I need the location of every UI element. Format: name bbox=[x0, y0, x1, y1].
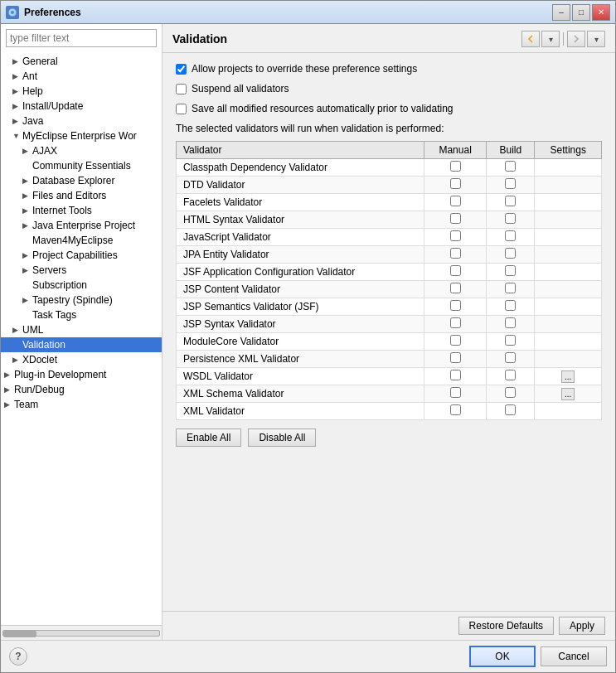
minimize-button[interactable]: – bbox=[552, 4, 570, 21]
dropdown-button[interactable]: ▾ bbox=[541, 31, 560, 47]
maximize-button[interactable]: □ bbox=[572, 4, 590, 21]
checkbox-override-label[interactable]: Allow projects to override these prefere… bbox=[192, 63, 417, 75]
sidebar-item-label: Ant bbox=[22, 70, 37, 82]
sidebar-item-files-editors[interactable]: ▶ Files and Editors bbox=[1, 188, 162, 203]
manual-checkbox[interactable] bbox=[450, 370, 461, 380]
manual-checkbox[interactable] bbox=[450, 317, 461, 328]
sidebar-item-label: XDoclet bbox=[22, 354, 57, 366]
sidebar-item-general[interactable]: ▶ General bbox=[1, 54, 162, 69]
scroll-track[interactable] bbox=[2, 630, 160, 637]
manual-checkbox[interactable] bbox=[450, 161, 461, 172]
sidebar-item-internet-tools[interactable]: ▶ Internet Tools bbox=[1, 203, 162, 218]
manual-checkbox[interactable] bbox=[450, 300, 461, 311]
enable-all-button[interactable]: Enable All bbox=[176, 428, 241, 447]
close-button[interactable]: ✕ bbox=[592, 4, 610, 21]
section-description: The selected validators will run when va… bbox=[176, 123, 602, 134]
restore-defaults-button[interactable]: Restore Defaults bbox=[458, 617, 554, 635]
build-checkbox[interactable] bbox=[505, 335, 516, 346]
sidebar-item-label: Run/Debug bbox=[14, 384, 65, 395]
validator-manual-checkbox bbox=[424, 177, 487, 194]
cancel-button[interactable]: Cancel bbox=[541, 646, 607, 666]
sidebar-item-uml[interactable]: ▶ UML bbox=[1, 322, 162, 337]
sidebar-item-label: MyEclipse Enterprise Wor bbox=[22, 130, 137, 142]
sidebar-scrollbar[interactable] bbox=[1, 625, 162, 640]
checkbox-suspend-label[interactable]: Suspend all validators bbox=[192, 83, 289, 94]
build-checkbox[interactable] bbox=[505, 230, 516, 241]
forward-dropdown-button[interactable]: ▾ bbox=[587, 31, 605, 47]
table-row: WSDL Validator... bbox=[177, 368, 602, 385]
sidebar-item-java-enterprise[interactable]: ▶ Java Enterprise Project bbox=[1, 218, 162, 233]
sidebar-item-task-tags[interactable]: Task Tags bbox=[1, 307, 162, 322]
settings-button[interactable]: ... bbox=[561, 388, 575, 400]
validator-settings-cell bbox=[535, 211, 602, 229]
sidebar-item-database-explorer[interactable]: ▶ Database Explorer bbox=[1, 173, 162, 188]
build-checkbox[interactable] bbox=[505, 387, 516, 398]
search-input[interactable] bbox=[6, 29, 157, 47]
manual-checkbox[interactable] bbox=[450, 404, 461, 415]
sidebar-item-subscription[interactable]: Subscription bbox=[1, 278, 162, 293]
checkbox-save-label[interactable]: Save all modified resources automaticall… bbox=[192, 103, 454, 114]
build-checkbox[interactable] bbox=[505, 404, 516, 415]
manual-checkbox[interactable] bbox=[450, 352, 461, 363]
validator-build-checkbox bbox=[487, 159, 535, 177]
disable-all-button[interactable]: Disable All bbox=[248, 428, 316, 447]
help-button[interactable]: ? bbox=[9, 647, 27, 666]
manual-checkbox[interactable] bbox=[450, 248, 461, 259]
sidebar-item-xdoclet[interactable]: ▶ XDoclet bbox=[1, 352, 162, 367]
apply-button[interactable]: Apply bbox=[559, 617, 605, 635]
sidebar-item-label: Maven4MyEclipse bbox=[32, 235, 113, 246]
build-checkbox[interactable] bbox=[505, 370, 516, 380]
manual-checkbox[interactable] bbox=[450, 335, 461, 346]
sidebar-item-plugin-dev[interactable]: ▶ Plug-in Development bbox=[1, 367, 162, 382]
ok-button[interactable]: OK bbox=[469, 646, 536, 667]
sidebar-item-ajax[interactable]: ▶ AJAX bbox=[1, 143, 162, 158]
sidebar-item-community-essentials[interactable]: Community Essentials bbox=[1, 158, 162, 173]
build-checkbox[interactable] bbox=[505, 300, 516, 311]
build-checkbox[interactable] bbox=[505, 178, 516, 189]
sidebar-item-tapestry[interactable]: ▶ Tapestry (Spindle) bbox=[1, 293, 162, 307]
sidebar-item-label: Plug-in Development bbox=[14, 369, 106, 380]
build-checkbox[interactable] bbox=[505, 213, 516, 224]
manual-checkbox[interactable] bbox=[450, 230, 461, 241]
sidebar-item-validation[interactable]: Validation bbox=[1, 337, 162, 352]
sidebar-item-myeclipse[interactable]: ▼ MyEclipse Enterprise Wor bbox=[1, 128, 162, 143]
build-checkbox[interactable] bbox=[505, 283, 516, 293]
manual-checkbox[interactable] bbox=[450, 265, 461, 276]
validator-settings-cell bbox=[535, 333, 602, 351]
sidebar-item-run-debug[interactable]: ▶ Run/Debug bbox=[1, 382, 162, 397]
build-checkbox[interactable] bbox=[505, 265, 516, 276]
back-button[interactable] bbox=[521, 31, 540, 47]
manual-checkbox[interactable] bbox=[450, 213, 461, 224]
manual-checkbox[interactable] bbox=[450, 178, 461, 189]
sidebar-item-maven[interactable]: Maven4MyEclipse bbox=[1, 233, 162, 248]
sidebar-item-ant[interactable]: ▶ Ant bbox=[1, 69, 162, 84]
sidebar-item-project-cap[interactable]: ▶ Project Capabilities bbox=[1, 248, 162, 263]
forward-button[interactable] bbox=[567, 31, 585, 47]
scroll-thumb[interactable] bbox=[3, 631, 36, 637]
build-checkbox[interactable] bbox=[505, 352, 516, 363]
build-checkbox[interactable] bbox=[505, 196, 516, 206]
build-checkbox[interactable] bbox=[505, 317, 516, 328]
validator-build-checkbox bbox=[487, 385, 535, 403]
enable-disable-buttons: Enable All Disable All bbox=[176, 428, 602, 447]
validator-manual-checkbox bbox=[424, 211, 487, 229]
tree-area: ▶ General ▶ Ant ▶ Help ▶ Install/Update … bbox=[1, 52, 162, 625]
checkbox-suspend[interactable] bbox=[176, 84, 187, 94]
sidebar-item-team[interactable]: ▶ Team bbox=[1, 397, 162, 412]
manual-checkbox[interactable] bbox=[450, 196, 461, 206]
sidebar-item-java[interactable]: ▶ Java bbox=[1, 114, 162, 128]
manual-checkbox[interactable] bbox=[450, 387, 461, 398]
checkbox-suspend-row: Suspend all validators bbox=[176, 83, 602, 94]
sidebar-item-servers[interactable]: ▶ Servers bbox=[1, 263, 162, 278]
sidebar-item-label: Database Explorer bbox=[32, 175, 114, 186]
sidebar-item-label: Project Capabilities bbox=[32, 249, 118, 261]
checkbox-save[interactable] bbox=[176, 104, 187, 114]
manual-checkbox[interactable] bbox=[450, 283, 461, 293]
build-checkbox[interactable] bbox=[505, 161, 516, 172]
build-checkbox[interactable] bbox=[505, 248, 516, 259]
sidebar-item-install[interactable]: ▶ Install/Update bbox=[1, 99, 162, 114]
checkbox-override[interactable] bbox=[176, 64, 187, 75]
settings-button[interactable]: ... bbox=[561, 370, 575, 383]
checkbox-save-row: Save all modified resources automaticall… bbox=[176, 103, 602, 114]
sidebar-item-help[interactable]: ▶ Help bbox=[1, 84, 162, 99]
